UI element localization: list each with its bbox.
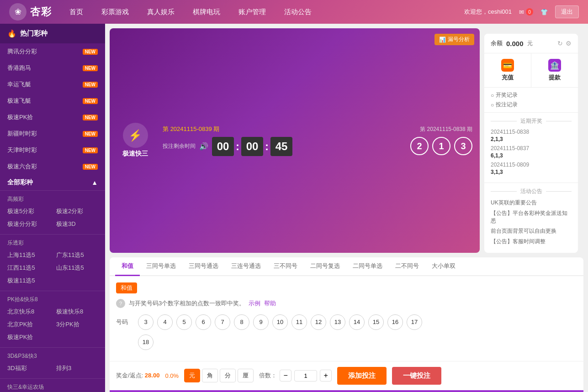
num-btn-13[interactable]: 13: [330, 314, 345, 330]
sidebar-item-tianjin[interactable]: 天津时时彩 NEW: [0, 142, 105, 158]
nav-link-live[interactable]: 真人娱乐: [143, 6, 178, 18]
nav-link-home[interactable]: 首页: [66, 6, 87, 18]
jackpot-record-link[interactable]: ○ 开奖记录: [491, 91, 572, 99]
recharge-icon: 💳: [501, 59, 514, 72]
currency-fen[interactable]: 分: [220, 369, 236, 382]
nav-link-account[interactable]: 账户管理: [235, 6, 270, 18]
num-btn-11[interactable]: 11: [291, 314, 307, 330]
line-left: [491, 121, 517, 121]
mail-btn[interactable]: ✉ 0: [519, 8, 533, 16]
game-speed3d[interactable]: 极速3D: [53, 218, 101, 230]
currency-yuan[interactable]: 元: [184, 369, 200, 382]
tab-hezhi[interactable]: 和值: [115, 257, 140, 276]
game-speedfen[interactable]: 极速分分彩: [4, 218, 53, 230]
num-btn-7[interactable]: 7: [215, 314, 230, 330]
num-btn-18[interactable]: 18: [138, 335, 154, 350]
tab-sanbuliang[interactable]: 三不同号: [267, 257, 304, 276]
currency-jiao[interactable]: 角: [202, 369, 218, 382]
game-sh11[interactable]: 上海11选5: [4, 249, 53, 261]
recent-section: 近期开奖 20241115-0838 2,1,3 20241115-0837 6…: [484, 113, 578, 183]
recharge-btn[interactable]: 💳 充值: [484, 53, 531, 87]
tab-santong-single[interactable]: 三同号单选: [140, 257, 182, 276]
category-kuai3: 快三&幸运农场: [0, 381, 105, 392]
example-link[interactable]: 示例: [249, 299, 260, 308]
announce-item-2[interactable]: 前台页面背景可以自由更换: [491, 227, 572, 235]
recharge-label: 充值: [502, 73, 514, 82]
tab-ertong-single[interactable]: 二同号单选: [346, 257, 389, 276]
announce-title-bar: 活动公告: [491, 188, 572, 195]
announce-item-1[interactable]: 【公告】平台各彩种奖金派送知悉: [491, 209, 572, 225]
nav-link-lottery[interactable]: 彩票游戏: [98, 6, 132, 18]
shirt-icon-btn[interactable]: 👕: [540, 9, 548, 16]
tab-santong-all[interactable]: 三同号通选: [182, 257, 225, 276]
game-speed11[interactable]: 极速11选5: [4, 274, 53, 287]
game-sd11[interactable]: 山东11选5: [53, 261, 101, 274]
sound-icon[interactable]: 🔊: [199, 142, 208, 151]
game-3d[interactable]: 3D福彩: [4, 362, 53, 375]
sidebar-item-tencent[interactable]: 腾讯分分彩 NEW: [0, 43, 105, 60]
mail-icon: ✉: [519, 9, 524, 16]
game-speedpk2[interactable]: 极速PK拾: [4, 331, 53, 344]
tab-daxiao[interactable]: 大小单双: [425, 257, 462, 276]
num-btn-17[interactable]: 17: [407, 314, 422, 330]
withdraw-btn[interactable]: 🏦 提款: [531, 53, 578, 87]
num-btn-10[interactable]: 10: [272, 314, 288, 330]
add-bet-btn[interactable]: 添加投注: [337, 367, 387, 385]
game-3minpk[interactable]: 3分PK拾: [53, 318, 101, 331]
num-btn-12[interactable]: 12: [311, 314, 326, 330]
game-bjhappy8[interactable]: 北京快乐8: [4, 305, 53, 318]
logo-text: 杏彩: [30, 5, 52, 19]
sidebar-item-label: 新疆时时彩: [7, 130, 37, 138]
game-bjpk[interactable]: 北京PK拾: [4, 318, 53, 331]
all-games-btn[interactable]: 全部彩种 ▲: [0, 175, 105, 188]
mult-minus-btn[interactable]: −: [280, 370, 291, 382]
num-btn-15[interactable]: 15: [368, 314, 384, 330]
num-btn-5[interactable]: 5: [176, 314, 192, 330]
nav-link-chess[interactable]: 棋牌电玩: [189, 6, 224, 18]
currency-li[interactable]: 厘: [238, 369, 254, 382]
tab-ertong-multi[interactable]: 二同号复选: [304, 257, 346, 276]
refresh-icon[interactable]: ↻: [557, 40, 563, 47]
game-speed2[interactable]: 极速2分彩: [53, 205, 101, 218]
sidebar-item-flyboat[interactable]: 幸运飞艇 NEW: [0, 76, 105, 93]
tab-sanlian-all[interactable]: 三连号通选: [225, 257, 267, 276]
help-link[interactable]: 帮助: [264, 299, 276, 308]
multiplier-input[interactable]: [294, 370, 317, 382]
sidebar-item-hkracing[interactable]: 香港跑马 NEW: [0, 60, 105, 76]
highfreq-games: 极速5分彩 极速2分彩 极速分分彩 极速3D: [0, 204, 105, 232]
num-btn-14[interactable]: 14: [349, 314, 365, 330]
num-btn-6[interactable]: 6: [196, 314, 211, 330]
announce-item-0[interactable]: UK英联的重要公告: [491, 199, 572, 207]
num-btn-8[interactable]: 8: [234, 314, 249, 330]
timer-sep1: :: [236, 140, 239, 153]
logout-button[interactable]: 退出: [555, 5, 579, 18]
new-badge: NEW: [83, 98, 98, 104]
sidebar-item-speedboat[interactable]: 极速飞艇 NEW: [0, 93, 105, 109]
game-jx11[interactable]: 江西11选5: [4, 261, 53, 274]
game-speed5[interactable]: 极速5分彩: [4, 205, 53, 218]
announce-item-3[interactable]: 【公告】客服时间调整: [491, 238, 572, 246]
sidebar-item-speedlottery[interactable]: 极速六合彩 NEW: [0, 158, 105, 175]
welcome-text: 欢迎您，ceshi001: [464, 8, 512, 16]
num-btn-9[interactable]: 9: [253, 314, 269, 330]
sidebar-item-xinjiang[interactable]: 新疆时时彩 NEW: [0, 125, 105, 142]
settings-icon[interactable]: ⚙: [566, 40, 572, 47]
sidebar-title: 热门彩种: [20, 29, 48, 38]
recent-title-bar: 近期开奖: [491, 117, 572, 125]
num-btn-3[interactable]: 3: [138, 314, 154, 330]
divider: [0, 378, 105, 379]
nav-link-activity[interactable]: 活动公告: [281, 6, 315, 18]
circle-icon2: ○: [491, 102, 494, 108]
sidebar-item-speedpk[interactable]: 极速PK拾 NEW: [0, 109, 105, 125]
num-btn-4[interactable]: 4: [157, 314, 173, 330]
bet-record-link[interactable]: ○ 投注记录: [491, 101, 572, 109]
tab-erbutong[interactable]: 二不同号: [389, 257, 425, 276]
num-btn-16[interactable]: 16: [387, 314, 403, 330]
quick-bet-btn[interactable]: 一键投注: [392, 367, 441, 385]
game-p3[interactable]: 排列3: [53, 362, 101, 375]
mult-plus-btn[interactable]: +: [320, 370, 332, 382]
game-gd11[interactable]: 广东11选5: [53, 249, 101, 261]
game-speedhappy8[interactable]: 极速快乐8: [53, 305, 101, 318]
analysis-btn[interactable]: 📊 漏号分析: [434, 34, 474, 45]
game-name: 极速快三: [122, 150, 148, 158]
